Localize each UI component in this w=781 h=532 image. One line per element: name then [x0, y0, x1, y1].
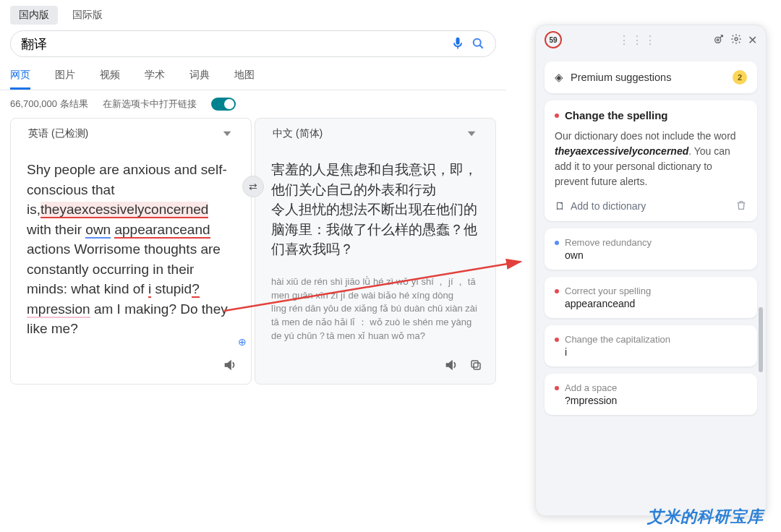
premium-count-badge: 2 — [733, 70, 747, 85]
goal-icon[interactable] — [713, 33, 725, 46]
dot-blue-icon — [555, 241, 559, 245]
err-mpression[interactable]: mpression — [27, 301, 90, 318]
premium-card[interactable]: ◈ Premium suggestions 2 — [545, 61, 757, 93]
dot-red-icon — [555, 289, 559, 293]
target-speaker-icon[interactable] — [443, 356, 459, 375]
scroll-thumb[interactable] — [759, 307, 763, 372]
search-input[interactable] — [21, 36, 445, 51]
watermark-text: 艾米的科研宝库 — [647, 506, 764, 528]
source-lang-select[interactable]: 英语 (已检测) ▼ — [11, 119, 251, 148]
nav-image[interactable]: 图片 — [55, 69, 75, 90]
pinyin-text: hài xiū de rén shì jiāo lǜ hé zì wǒ yì s… — [255, 271, 495, 351]
svg-rect-2 — [474, 363, 480, 369]
svg-point-5 — [717, 39, 719, 41]
suggestion-card-spelling[interactable]: Change the spelling Our dictionary does … — [545, 100, 757, 221]
nav-video[interactable]: 视频 — [100, 69, 120, 90]
version-tabs: 国内版 国际版 — [0, 0, 506, 27]
nav-scholar[interactable]: 学术 — [145, 69, 165, 90]
newtab-toggle[interactable] — [211, 98, 236, 111]
add-to-dictionary-button[interactable]: Add to dictionary — [555, 200, 728, 212]
grammar-assistant-panel: 59 ⋮⋮⋮ ✕ ◈ Premium suggestions 2 Change … — [535, 25, 767, 516]
suggestion-card-capitalization[interactable]: Change the capitalization i — [545, 325, 757, 366]
svg-point-0 — [474, 39, 481, 46]
gear-icon[interactable] — [730, 33, 742, 46]
suggestion-card-spelling2[interactable]: Correct your spelling appearanceand — [545, 277, 757, 318]
target-pane: 中文 (简体) ▼ 害羞的人是焦虑和自我意识，即，他们关心自己的外表和行动 令人… — [255, 118, 496, 385]
diamond-icon: ◈ — [555, 71, 563, 84]
err-own[interactable]: own — [85, 222, 111, 239]
svg-rect-3 — [471, 361, 478, 367]
dot-red-icon — [555, 338, 559, 342]
source-lang-label: 英语 (已检测) — [28, 127, 88, 140]
results-count: 66,700,000 条结果 — [10, 98, 88, 111]
err-appearanceand[interactable]: appearanceand — [114, 222, 210, 239]
panel-header: 59 ⋮⋮⋮ ✕ — [536, 25, 766, 54]
dot-red-icon — [555, 386, 559, 390]
results-row: 66,700,000 条结果 在新选项卡中打开链接 — [0, 90, 506, 118]
mic-icon[interactable] — [451, 35, 465, 52]
score-badge[interactable]: 59 — [545, 31, 562, 48]
card-desc: Our dictionary does not include the word… — [555, 129, 747, 189]
trash-icon[interactable] — [735, 200, 747, 213]
plus-icon[interactable]: ⊕ — [238, 335, 247, 349]
source-pane: 英语 (已检测) ▼ Shy people are anxious and se… — [10, 118, 252, 385]
translate-widget: 英语 (已检测) ▼ Shy people are anxious and se… — [0, 118, 506, 385]
nav-tabs: 网页 图片 视频 学术 词典 地图 — [0, 60, 506, 90]
nav-map[interactable]: 地图 — [234, 69, 255, 90]
chevron-down-icon: ▼ — [465, 129, 478, 138]
chevron-down-icon: ▼ — [221, 129, 234, 138]
nav-web[interactable]: 网页 — [10, 69, 30, 90]
card-title: Change the spelling — [565, 109, 668, 121]
source-text[interactable]: Shy people are anxious and self-consciou… — [11, 148, 251, 351]
search-bar — [10, 30, 496, 57]
suggestion-card-redundancy[interactable]: Remove redundancy own — [545, 228, 757, 270]
svg-point-6 — [735, 38, 738, 40]
err-word-1[interactable]: theyaexcessivelyconcerned — [40, 202, 208, 218]
swap-languages-button[interactable]: ⇄ — [242, 176, 264, 197]
svg-line-1 — [480, 46, 483, 48]
target-text: 害羞的人是焦虑和自我意识，即，他们关心自己的外表和行动 令人担忧的想法不断出现在… — [255, 148, 495, 271]
target-lang-label: 中文 (简体) — [273, 127, 323, 140]
copy-icon[interactable] — [469, 358, 482, 373]
suggestion-card-space[interactable]: Add a space ?mpression — [545, 374, 757, 415]
err-q[interactable]: ? — [192, 281, 200, 298]
tab-domestic[interactable]: 国内版 — [10, 6, 58, 25]
search-icon[interactable] — [471, 35, 485, 52]
drag-handle-icon[interactable]: ⋮⋮⋮ — [568, 33, 707, 47]
premium-label: Premium suggestions — [571, 72, 725, 83]
newtab-label: 在新选项卡中打开链接 — [103, 98, 197, 111]
close-icon[interactable]: ✕ — [748, 33, 757, 47]
source-speaker-icon[interactable] — [222, 356, 238, 375]
nav-dict[interactable]: 词典 — [189, 69, 210, 90]
tab-international[interactable]: 国际版 — [64, 6, 111, 25]
target-lang-select[interactable]: 中文 (简体) ▼ — [255, 119, 495, 148]
dot-red-icon — [555, 113, 559, 118]
panel-body: ◈ Premium suggestions 2 Change the spell… — [536, 54, 766, 515]
scrollbar[interactable] — [759, 105, 764, 508]
